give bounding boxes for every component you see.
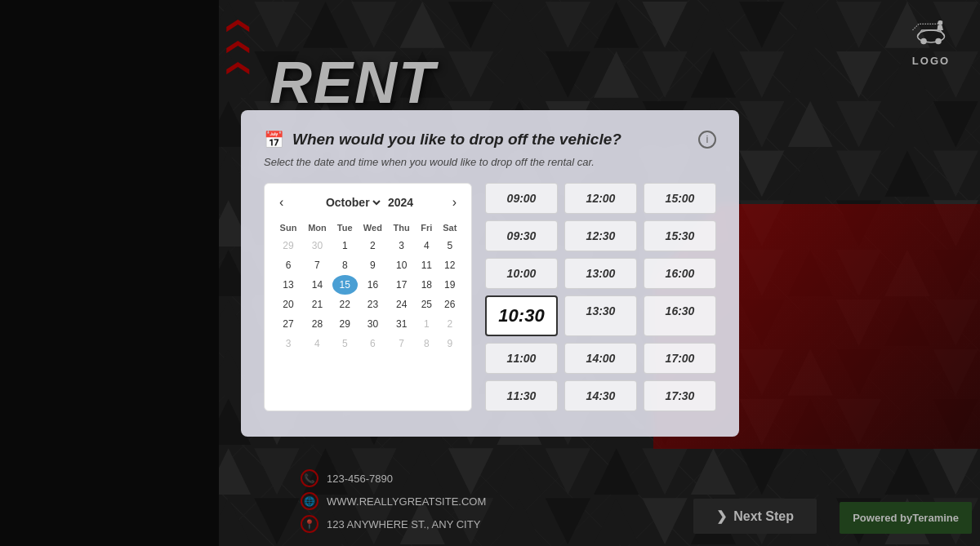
calendar-day[interactable]: 11	[415, 255, 438, 275]
calendar-day[interactable]: 15	[332, 275, 358, 295]
calendar-day[interactable]: 5	[332, 334, 358, 353]
calendar-year: 2024	[388, 196, 413, 209]
calendar-day[interactable]: 14	[302, 275, 332, 295]
calendar-day[interactable]: 4	[302, 334, 332, 353]
time-slot[interactable]: 10:00	[485, 258, 558, 289]
modal-calendar-icon: 📅	[264, 130, 284, 149]
time-slot[interactable]: 15:30	[644, 220, 716, 251]
calendar-day[interactable]: 2	[439, 314, 461, 334]
calendar-body: 2930123456789101112131415161718192021222…	[274, 236, 461, 353]
time-slot[interactable]: 11:30	[485, 380, 558, 411]
time-slot[interactable]: 14:00	[564, 343, 637, 374]
modal-title-area: 📅 When would you like to drop off the ve…	[264, 130, 621, 149]
calendar-day[interactable]: 29	[332, 314, 358, 334]
calendar-day[interactable]: 1	[332, 236, 358, 255]
time-slot[interactable]: 12:30	[564, 220, 637, 251]
info-icon[interactable]: i	[698, 131, 716, 149]
calendar-day[interactable]: 6	[274, 255, 302, 275]
time-slot[interactable]: 11:00	[485, 343, 558, 374]
calendar-day[interactable]: 30	[358, 314, 389, 334]
calendar-day[interactable]: 8	[332, 255, 358, 275]
time-slot[interactable]: 09:00	[485, 183, 558, 214]
calendar-day[interactable]: 22	[332, 295, 358, 314]
calendar-day[interactable]: 31	[388, 314, 415, 334]
calendar-day[interactable]: 28	[302, 314, 332, 334]
calendar-day[interactable]: 9	[439, 334, 461, 353]
modal-body: ‹ October 2024 › Sun Mon Tue	[264, 183, 716, 411]
calendar-day[interactable]: 9	[358, 255, 389, 275]
day-header-fri: Fri	[415, 220, 438, 236]
calendar-week-row: 20212223242526	[274, 295, 461, 314]
calendar-day[interactable]: 7	[388, 334, 415, 353]
calendar-week-row: 13141516171819	[274, 275, 461, 295]
day-header-thu: Thu	[388, 220, 415, 236]
day-header-mon: Mon	[302, 220, 332, 236]
calendar-week-row: 272829303112	[274, 314, 461, 334]
time-slot[interactable]: 16:30	[644, 295, 716, 336]
calendar-day[interactable]: 18	[415, 275, 438, 295]
calendar: ‹ October 2024 › Sun Mon Tue	[264, 183, 472, 411]
calendar-day[interactable]: 21	[302, 295, 332, 314]
calendar-day[interactable]: 19	[439, 275, 461, 295]
time-slot[interactable]: 12:00	[564, 183, 637, 214]
calendar-day[interactable]: 26	[439, 295, 461, 314]
calendar-day[interactable]: 7	[302, 255, 332, 275]
time-slots-grid: 09:0012:0015:0009:3012:3015:3010:0013:00…	[485, 183, 716, 411]
calendar-day[interactable]: 12	[439, 255, 461, 275]
calendar-day[interactable]: 8	[415, 334, 438, 353]
calendar-day[interactable]: 3	[388, 236, 415, 255]
time-slot[interactable]: 17:30	[644, 380, 716, 411]
calendar-day[interactable]: 20	[274, 295, 302, 314]
calendar-nav: ‹ October 2024 ›	[274, 193, 461, 211]
modal: 📅 When would you like to drop off the ve…	[241, 110, 739, 437]
calendar-next-button[interactable]: ›	[448, 193, 461, 211]
calendar-day[interactable]: 13	[274, 275, 302, 295]
calendar-month-year: October 2024	[323, 195, 413, 210]
time-slot[interactable]: 13:30	[564, 295, 637, 336]
day-header-sat: Sat	[439, 220, 461, 236]
day-header-sun: Sun	[274, 220, 302, 236]
calendar-day[interactable]: 4	[415, 236, 438, 255]
calendar-week-row: 293012345	[274, 236, 461, 255]
calendar-week-row: 3456789	[274, 334, 461, 353]
calendar-week-row: 6789101112	[274, 255, 461, 275]
calendar-day[interactable]: 16	[358, 275, 389, 295]
modal-subtitle: Select the date and time when you would …	[264, 156, 716, 168]
calendar-day[interactable]: 23	[358, 295, 389, 314]
day-header-tue: Tue	[332, 220, 358, 236]
calendar-day[interactable]: 25	[415, 295, 438, 314]
time-slot[interactable]: 16:00	[644, 258, 716, 289]
day-header-wed: Wed	[358, 220, 389, 236]
calendar-day[interactable]: 29	[274, 236, 302, 255]
calendar-header-row: Sun Mon Tue Wed Thu Fri Sat	[274, 220, 461, 236]
calendar-day[interactable]: 2	[358, 236, 389, 255]
calendar-day[interactable]: 1	[415, 314, 438, 334]
calendar-day[interactable]: 6	[358, 334, 389, 353]
calendar-month-select[interactable]: October	[323, 195, 383, 210]
modal-overlay: 📅 When would you like to drop off the ve…	[0, 0, 980, 546]
calendar-day[interactable]: 17	[388, 275, 415, 295]
calendar-grid: Sun Mon Tue Wed Thu Fri Sat 293012345678…	[274, 220, 461, 353]
calendar-day[interactable]: 30	[302, 236, 332, 255]
calendar-day[interactable]: 27	[274, 314, 302, 334]
modal-title: When would you like to drop off the vehi…	[292, 131, 621, 149]
calendar-day[interactable]: 24	[388, 295, 415, 314]
time-slot[interactable]: 10:30	[485, 295, 558, 336]
modal-header: 📅 When would you like to drop off the ve…	[264, 130, 716, 149]
time-slot[interactable]: 17:00	[644, 343, 716, 374]
calendar-day[interactable]: 3	[274, 334, 302, 353]
time-slot[interactable]: 09:30	[485, 220, 558, 251]
calendar-day[interactable]: 10	[388, 255, 415, 275]
calendar-prev-button[interactable]: ‹	[274, 193, 288, 211]
time-slot[interactable]: 13:00	[564, 258, 637, 289]
calendar-day[interactable]: 5	[439, 236, 461, 255]
time-slot[interactable]: 14:30	[564, 380, 637, 411]
time-slot[interactable]: 15:00	[644, 183, 716, 214]
